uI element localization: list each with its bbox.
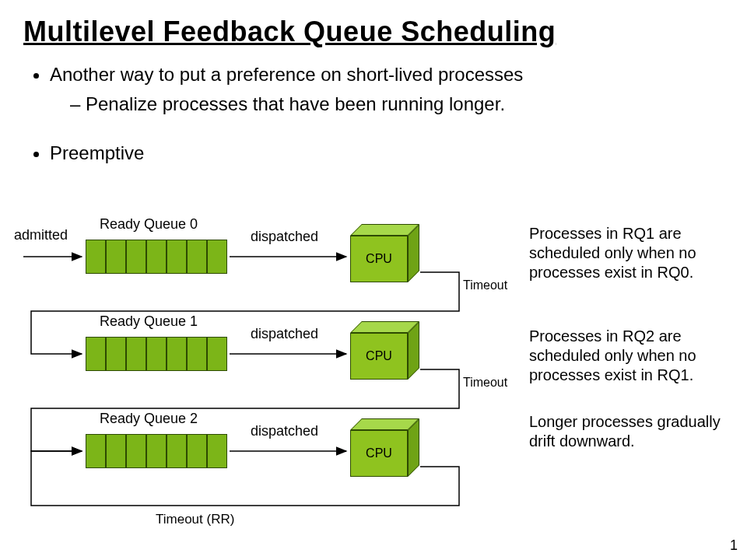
bullet-spacer xyxy=(50,122,708,136)
label-rq1: Ready Queue 1 xyxy=(100,313,198,330)
ready-queue-1 xyxy=(86,337,227,371)
label-timeout-0: Timeout xyxy=(463,278,507,292)
page-number: 1 xyxy=(730,537,738,554)
slide-title: Multilevel Feedback Queue Scheduling xyxy=(23,16,556,48)
side-text-2: Processes in RQ2 are scheduled only when… xyxy=(529,327,731,385)
cpu-0-label: CPU xyxy=(350,236,408,282)
ready-queue-0 xyxy=(86,240,227,274)
cpu-1: CPU xyxy=(350,321,420,380)
cpu-0: CPU xyxy=(350,224,420,282)
ready-queue-2 xyxy=(86,434,227,468)
cpu-2-label: CPU xyxy=(350,430,408,477)
cpu-1-label: CPU xyxy=(350,333,408,380)
label-dispatched-1: dispatched xyxy=(251,326,318,342)
bullet-1-sub: Penalize processes that have been runnin… xyxy=(70,92,708,117)
label-timeout-1: Timeout xyxy=(463,376,507,390)
bullet-1: Another way to put a preference on short… xyxy=(50,62,708,87)
side-text-1: Processes in RQ1 are scheduled only when… xyxy=(529,224,731,282)
cpu-2: CPU xyxy=(350,418,420,477)
label-rq2: Ready Queue 2 xyxy=(100,411,198,427)
bullet-2: Preemptive xyxy=(50,141,708,166)
diagram: admitted Ready Queue 0 dispatched CPU Ti… xyxy=(0,210,747,537)
label-rq0: Ready Queue 0 xyxy=(100,216,198,233)
label-dispatched-2: dispatched xyxy=(251,423,318,439)
label-admitted: admitted xyxy=(14,227,68,243)
label-timeout-rr: Timeout (RR) xyxy=(156,512,234,527)
bullet-list: Another way to put a preference on short… xyxy=(23,62,708,170)
label-dispatched-0: dispatched xyxy=(251,229,318,245)
side-text-3: Longer processes gradually drift downwar… xyxy=(529,412,731,451)
